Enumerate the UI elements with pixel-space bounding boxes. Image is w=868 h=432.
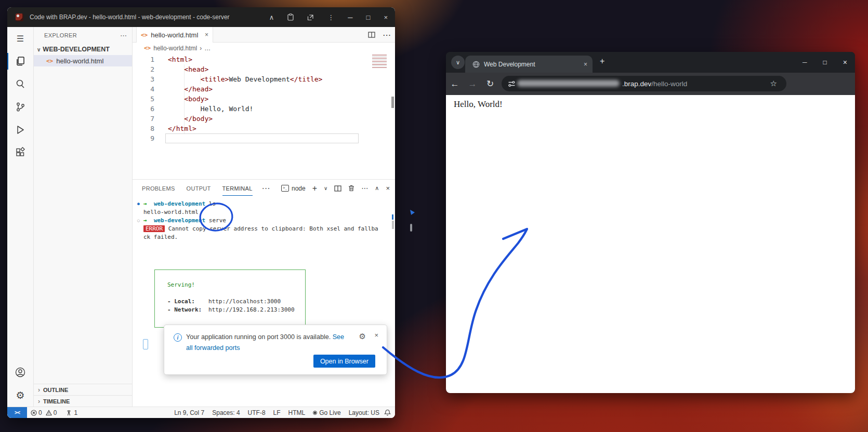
browser-tab[interactable]: Web Development × xyxy=(465,56,593,73)
bookmark-star-icon[interactable]: ☆ xyxy=(770,79,777,88)
breadcrumb[interactable]: <> hello-world.html › … xyxy=(133,43,395,53)
code-lines: <html> <head> <title>Web Development</ti… xyxy=(168,55,322,143)
sidebar-folder-web-development[interactable]: ∨ WEB-DEVELOPMENT xyxy=(34,44,132,55)
window-title: Code with BRAP.dev - hello-world.html - … xyxy=(30,14,230,21)
kebab-menu-icon[interactable]: ⋮ xyxy=(327,14,334,21)
split-terminal-icon[interactable] xyxy=(334,185,341,192)
statusbar-item-layout-us[interactable]: Layout: US xyxy=(349,409,379,416)
statusbar-item-ln-9-col-7[interactable]: Ln 9, Col 7 xyxy=(174,409,204,416)
panel-tab-list: PROBLEMSOUTPUTTERMINAL xyxy=(133,181,253,196)
url-domain: .brap.dev xyxy=(622,80,651,88)
tab-close-icon[interactable]: × xyxy=(584,61,587,68)
panel-more-icon[interactable]: ⋯ xyxy=(262,183,270,193)
search-icon[interactable] xyxy=(7,73,34,96)
sidebar-file-hello-world[interactable]: <> hello-world.html xyxy=(34,55,132,66)
panel-tab-problems[interactable]: PROBLEMS xyxy=(142,181,175,195)
forwarded-ports-status[interactable]: 1 xyxy=(65,409,77,416)
statusbar-item-utf-8[interactable]: UTF-8 xyxy=(248,409,266,416)
tab-close-icon[interactable]: × xyxy=(205,31,208,38)
terminal-dropdown-icon[interactable]: ∨ xyxy=(324,185,327,191)
extensions-icon[interactable] xyxy=(7,141,34,164)
code-line: </html> xyxy=(168,124,322,133)
folder-label: WEB-DEVELOPMENT xyxy=(43,46,109,53)
code-line xyxy=(168,133,322,143)
editor-more-icon[interactable]: ⋯ xyxy=(383,30,391,40)
terminal-line: hello-world.html xyxy=(133,208,395,217)
open-in-browser-button[interactable]: Open in Browser xyxy=(313,355,375,368)
code-line: <body> xyxy=(168,94,322,104)
sidebar-section-outline[interactable]: ›OUTLINE xyxy=(34,384,132,395)
account-icon[interactable] xyxy=(7,361,34,384)
remote-indicator[interactable]: >< xyxy=(7,407,27,419)
copy-url-icon[interactable] xyxy=(287,14,294,21)
terminal-instance-chip[interactable]: >_ node xyxy=(281,185,306,192)
open-in-browser-window-icon[interactable] xyxy=(307,14,314,21)
minimap[interactable] xyxy=(372,55,387,69)
terminal-scrollbar[interactable] xyxy=(392,221,394,229)
new-tab-icon[interactable]: + xyxy=(600,57,604,66)
terminal-line: ERROR Cannot copy server address to clip… xyxy=(133,225,395,233)
breadcrumb-more[interactable]: … xyxy=(204,45,211,52)
site-settings-tune-icon[interactable] xyxy=(508,80,516,88)
statusbar-item-go-live[interactable]: Go Live xyxy=(313,409,340,416)
breadcrumb-file[interactable]: hello-world.html xyxy=(153,45,197,52)
source-control-icon[interactable] xyxy=(7,96,34,118)
address-bar[interactable]: .brap.dev/hello-world ☆ xyxy=(502,76,786,91)
split-editor-icon[interactable] xyxy=(368,32,375,38)
editor-tab-bar: <> hello-world.html × ⋯ xyxy=(133,27,395,43)
explorer-icon[interactable] xyxy=(7,50,34,73)
terminal-icon: >_ xyxy=(281,185,289,192)
sidebar-section-timeline[interactable]: ›TIMELINE xyxy=(34,395,132,407)
url-text[interactable]: .brap.dev/hello-world xyxy=(622,80,687,88)
ports-count: 1 xyxy=(74,409,77,416)
new-terminal-icon[interactable]: + xyxy=(312,184,317,193)
page-hello-text: Hello, World! xyxy=(454,99,503,110)
line-numbers: 123456789 xyxy=(133,55,159,143)
minimize-button[interactable]: ─ xyxy=(348,14,352,21)
warning-count: 0 xyxy=(54,409,57,416)
vscode-titlebar: Code with BRAP.dev - hello-world.html - … xyxy=(7,7,395,27)
port-notification-toast: i Your application running on port 3000 … xyxy=(164,325,387,375)
notification-message: Your application running on port 3000 is… xyxy=(186,333,333,341)
close-button[interactable]: × xyxy=(384,14,388,21)
breadcrumb-separator: › xyxy=(200,45,202,52)
notifications-bell-icon[interactable] xyxy=(384,409,391,416)
browser-minimize-button[interactable]: ─ xyxy=(803,59,807,66)
kill-terminal-trash-icon[interactable] xyxy=(348,185,354,192)
browser-maximize-button[interactable]: □ xyxy=(823,59,827,66)
statusbar-item-spaces-4[interactable]: Spaces: 4 xyxy=(212,409,240,416)
explorer-header: EXPLORER xyxy=(44,32,120,38)
problems-status[interactable]: 0 0 xyxy=(31,409,57,416)
settings-gear-icon[interactable]: ⚙ xyxy=(7,384,34,407)
back-icon[interactable]: ← xyxy=(446,79,464,89)
statusbar-item-lf[interactable]: LF xyxy=(273,409,281,416)
url-path: /hello-world xyxy=(651,80,687,88)
panel-actions-more-icon[interactable]: ⋯ xyxy=(361,184,368,192)
command-decoration-icon[interactable]: ● xyxy=(137,200,140,208)
run-debug-icon[interactable] xyxy=(7,118,34,141)
reload-icon[interactable]: ↻ xyxy=(481,78,499,89)
explorer-more-icon[interactable]: ⋯ xyxy=(120,32,127,39)
terminal-output[interactable]: ●→ web-development lshello-world.html○→ … xyxy=(133,197,395,407)
terminal-line: ck failed. xyxy=(133,233,395,241)
panel-tab-terminal[interactable]: TERMINAL xyxy=(222,181,253,196)
notification-close-icon[interactable]: × xyxy=(374,331,378,339)
maximize-button[interactable]: □ xyxy=(366,14,371,21)
code-editor[interactable]: 123456789 <html> <head> <title>Web Devel… xyxy=(133,53,395,179)
info-icon: i xyxy=(174,333,182,342)
panel-tab-output[interactable]: OUTPUT xyxy=(187,181,211,195)
forward-icon[interactable]: → xyxy=(464,79,481,89)
notification-settings-gear-icon[interactable]: ⚙ xyxy=(359,332,366,341)
command-decoration-icon[interactable]: ○ xyxy=(137,217,140,225)
code-line: </head> xyxy=(168,84,322,94)
maximize-panel-icon[interactable]: ∧ xyxy=(375,185,379,192)
close-panel-icon[interactable]: × xyxy=(386,184,390,192)
menu-hamburger-icon[interactable]: ☰ xyxy=(7,27,34,50)
editor-scrollbar[interactable] xyxy=(391,97,394,108)
statusbar-item-html[interactable]: HTML xyxy=(288,409,306,416)
editor-tab-hello-world[interactable]: <> hello-world.html × xyxy=(136,27,213,43)
editor-group: <> hello-world.html × ⋯ <> hello-world.h… xyxy=(133,27,395,179)
browser-close-button[interactable]: × xyxy=(843,58,847,66)
chevron-up-icon[interactable]: ∧ xyxy=(269,14,274,21)
tab-search-icon[interactable]: ∨ xyxy=(451,56,465,69)
